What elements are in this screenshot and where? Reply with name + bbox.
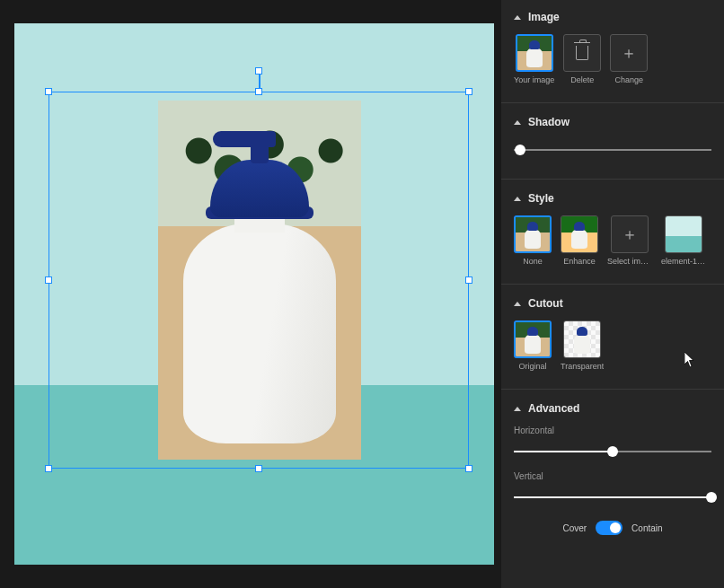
section-header-advanced[interactable]: Advanced: [514, 402, 711, 415]
section-shadow: Shadow: [514, 116, 711, 161]
resize-handle-tm[interactable]: [255, 88, 262, 95]
fit-toggle[interactable]: [596, 521, 622, 535]
section-header-image[interactable]: Image: [514, 11, 711, 23]
contain-label: Contain: [631, 523, 662, 533]
properties-panel: Image Your image Delete ＋ Change Shadow: [501, 0, 724, 588]
resize-handle-ml[interactable]: [45, 276, 52, 284]
change-button[interactable]: ＋ Change: [610, 34, 648, 84]
chevron-up-icon: [514, 197, 521, 201]
section-cutout: Cutout Original Transparent: [514, 297, 711, 371]
cutout-transparent[interactable]: Transparent: [561, 320, 604, 371]
section-advanced: Advanced Horizontal Vertical Cover Conta…: [514, 402, 711, 535]
product-image[interactable]: [158, 101, 361, 460]
resize-handle-mr[interactable]: [465, 276, 472, 284]
horizontal-slider[interactable]: [514, 441, 711, 462]
section-image: Image Your image Delete ＋ Change: [514, 11, 711, 84]
section-style: Style None Enhance ＋ Select image elemen…: [514, 192, 711, 266]
rotate-handle[interactable]: [255, 67, 262, 75]
section-title: Image: [528, 11, 560, 23]
chevron-up-icon: [514, 302, 521, 306]
style-element-16[interactable]: element-16...: [661, 215, 706, 266]
section-header-shadow[interactable]: Shadow: [514, 116, 711, 128]
style-enhance[interactable]: Enhance: [561, 215, 598, 266]
section-title: Shadow: [528, 116, 569, 128]
resize-handle-tr[interactable]: [465, 88, 472, 95]
section-title: Advanced: [528, 402, 579, 415]
chevron-up-icon: [514, 15, 521, 20]
style-none[interactable]: None: [514, 215, 552, 266]
section-header-style[interactable]: Style: [514, 192, 711, 205]
vertical-slider[interactable]: [514, 487, 711, 508]
style-select-image[interactable]: ＋ Select image: [607, 215, 652, 266]
chevron-up-icon: [514, 120, 521, 125]
canvas-area: [0, 0, 501, 588]
section-header-cutout[interactable]: Cutout: [514, 297, 711, 310]
trash-icon: [576, 46, 588, 60]
plus-icon: ＋: [622, 224, 638, 245]
delete-button[interactable]: Delete: [563, 34, 601, 84]
canvas[interactable]: [14, 23, 494, 565]
vertical-label: Vertical: [514, 471, 711, 481]
horizontal-label: Horizontal: [514, 426, 711, 435]
resize-handle-tl[interactable]: [45, 88, 52, 95]
thumb-your-image[interactable]: Your image: [514, 34, 554, 84]
chevron-up-icon: [514, 407, 521, 411]
plus-icon: ＋: [621, 42, 637, 64]
cutout-original[interactable]: Original: [514, 320, 552, 371]
section-title: Style: [528, 192, 554, 205]
section-title: Cutout: [528, 297, 563, 310]
soap-bottle: [183, 147, 336, 443]
cover-label: Cover: [562, 523, 587, 533]
shadow-slider[interactable]: [514, 139, 711, 161]
